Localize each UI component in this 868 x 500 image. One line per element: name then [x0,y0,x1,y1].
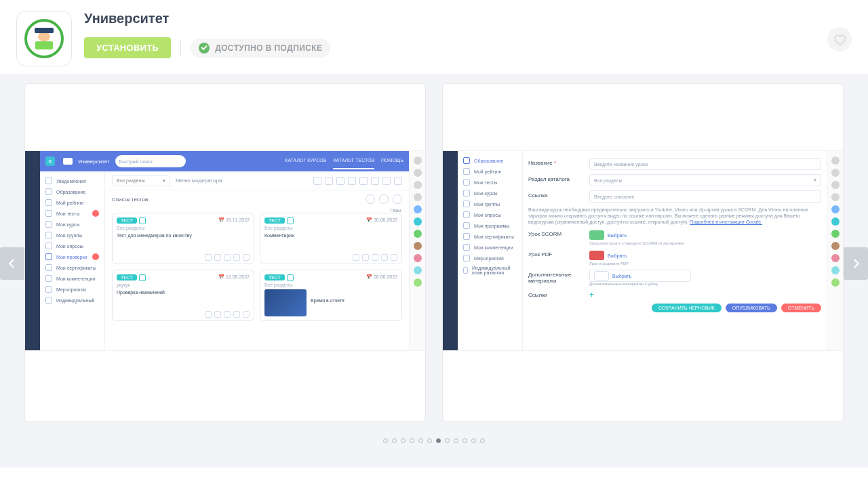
test-card: ТЕСТ 📅 15.11.2022 Все разделы Тест для м… [112,213,254,264]
test-card: ТЕСТ 📅 12.08.2022 укукук Проверка назнач… [112,270,254,321]
sidebar: Уведомления Образование Мой рейтинг Мои … [40,171,105,350]
carousel-next-button[interactable] [844,247,868,280]
screenshot-card[interactable]: Образование Мой рейтинг Мои тесты Мои ку… [442,83,844,422]
cancel-button: ОТМЕНИТЬ [781,304,821,312]
search-input: Быстрый поиск [115,155,186,167]
name-input: Введите название урока [589,158,821,170]
chevron-left-icon [6,254,18,273]
check-icon [199,43,210,54]
screenshot-image: × Университет Быстрый поиск КАТАЛОГ КУРС… [25,150,425,351]
section-dropdown: Все разделы▾ [112,175,170,186]
carousel-dot[interactable] [401,438,406,443]
app-topbar: × Университет Быстрый поиск КАТАЛОГ КУРС… [40,151,409,171]
install-button[interactable]: УСТАНОВИТЬ [84,37,171,58]
carousel-dot[interactable] [392,438,397,443]
carousel-dot[interactable] [383,438,388,443]
section-select: Все разделы▾ [589,174,821,186]
test-card: ТЕСТ 📅 08.08.2022 Все разделы Время в от… [260,270,402,321]
carousel-dot[interactable] [480,438,485,443]
brand-icon [63,158,73,165]
test-card: ТЕСТ 📅 30.08.2022 Все разделы Комментари… [260,213,402,264]
app-icon [16,11,72,66]
subscription-badge: ДОСТУПНО В ПОДПИСКЕ [191,39,330,58]
favorite-button[interactable] [827,27,852,51]
subscription-text: ДОСТУПНО В ПОДПИСКЕ [215,43,322,53]
carousel-dot[interactable] [462,438,467,443]
screenshot-card[interactable]: × Университет Быстрый поиск КАТАЛОГ КУРС… [24,83,426,422]
screenshot-carousel: × Университет Быстрый поиск КАТАЛОГ КУРС… [24,83,844,443]
carousel-dot[interactable] [418,438,423,443]
heart-icon [833,33,846,46]
app-title: Университет [84,11,852,26]
carousel-dot[interactable] [445,438,450,443]
screenshot-image: Образование Мой рейтинг Мои тесты Мои ку… [443,150,843,351]
tab-tests: КАТАЛОГ ТЕСТОВ [333,158,374,165]
carousel-dot[interactable] [427,438,432,443]
content-area: × Университет Быстрый поиск КАТАЛОГ КУРС… [0,75,868,467]
plus-icon: + [589,290,594,299]
save-draft-button: СОХРАНИТЬ ЧЕРНОВИК [652,304,722,312]
lesson-form: Название * Введите название урока Раздел… [523,151,827,350]
link-input: Введите описание [589,190,821,203]
tab-help: ПОМОЩЬ [381,158,403,165]
tab-courses: КАТАЛОГ КУРСОВ [285,158,326,165]
chevron-right-icon [850,254,862,273]
carousel-dot[interactable] [410,438,414,443]
carousel-prev-button[interactable] [0,247,24,280]
close-icon: × [45,157,55,166]
brand-text: Университет [78,159,110,165]
carousel-dot[interactable] [471,438,476,443]
app-header: Университет УСТАНОВИТЬ ДОСТУПНО В ПОДПИС… [0,0,868,75]
carousel-dot[interactable] [436,438,441,443]
divider [180,39,181,57]
carousel-dots [24,438,844,443]
list-title: Список тестов [112,196,148,203]
publish-button: ОПУБЛИКОВАТЬ [726,304,777,312]
sidebar: Образование Мой рейтинг Мои тесты Мои ку… [458,151,523,350]
carousel-dot[interactable] [454,438,458,443]
